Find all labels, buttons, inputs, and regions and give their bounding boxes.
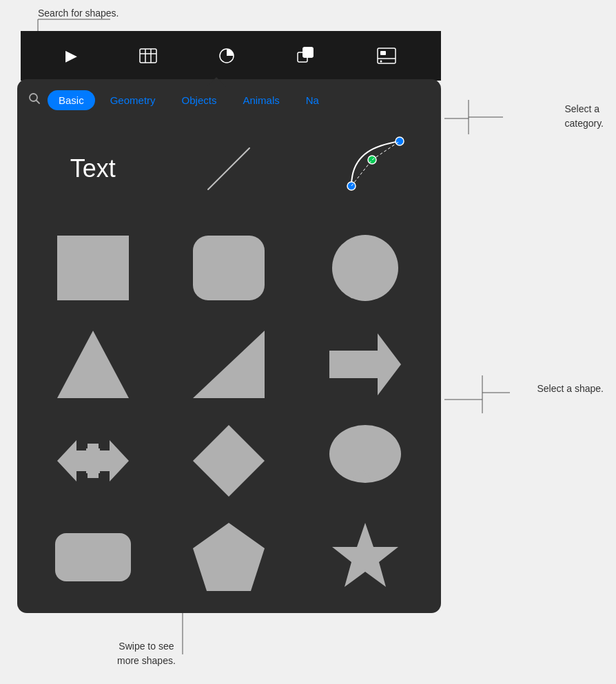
category-geometry[interactable]: Geometry [99,90,167,110]
svg-marker-43 [332,523,398,587]
double-arrow-svg [52,419,134,502]
category-animals[interactable]: Animals [232,90,290,110]
media-icon[interactable] [377,48,396,64]
svg-rect-10 [140,49,156,63]
shape-triangle[interactable] [28,320,158,409]
shape-panel: Basic Geometry Objects Animals Na Text [17,79,441,613]
shape-line[interactable] [165,124,294,214]
toolbar: ▶ [21,31,441,81]
annotation-swipe: Swipe to seemore shapes. [117,639,176,668]
shape-pentagon[interactable] [165,512,294,602]
svg-marker-35 [329,333,401,395]
panel-pointer [207,77,226,87]
play-icon[interactable]: ▶ [65,47,77,65]
category-basic[interactable]: Basic [48,90,95,110]
svg-rect-16 [303,48,313,57]
svg-point-32 [332,235,398,301]
category-objects[interactable]: Objects [171,90,228,110]
pentagon-svg [187,519,270,595]
svg-line-23 [37,101,40,104]
rounded-rectangle-svg [187,230,270,306]
right-triangle-svg [187,327,270,402]
shapes-grid [25,223,433,602]
svg-rect-19 [380,51,386,55]
shape-rounded-rect-small[interactable] [28,512,158,602]
shape-arrow-right[interactable] [300,320,430,409]
svg-marker-34 [193,331,265,398]
annotation-category: Select acategory. [564,102,604,131]
search-button[interactable] [28,92,41,108]
annotation-search: Search for shapes. [38,7,119,21]
svg-rect-41 [55,533,131,581]
annotation-shape: Select a shape. [537,382,604,396]
shape-right-triangle[interactable] [165,320,294,409]
shape-star[interactable] [300,512,430,602]
svg-marker-42 [193,523,265,591]
svg-rect-30 [57,236,129,300]
curve-svg [320,124,410,214]
svg-marker-33 [57,331,129,398]
shape-double-arrow[interactable] [28,416,158,506]
category-na[interactable]: Na [295,90,330,110]
special-row: Text [25,121,433,216]
svg-rect-37 [86,448,100,473]
shape-curve[interactable] [300,124,430,214]
shape-circle[interactable] [300,223,430,313]
star-svg [324,519,407,595]
svg-point-21 [380,61,382,63]
shape-text[interactable]: Text [28,124,158,214]
circle-svg [327,230,403,306]
shape-rectangle[interactable] [28,223,158,313]
speech-bubble-svg [324,419,407,502]
svg-line-28 [351,160,372,186]
triangle-svg [52,327,134,402]
text-shape-label: Text [70,154,116,183]
shape-speech-bubble[interactable] [300,416,430,506]
category-row: Basic Geometry Objects Animals Na [25,90,433,110]
svg-rect-31 [193,236,265,300]
table-icon[interactable] [139,48,157,63]
shape-rounded-rectangle[interactable] [165,223,294,313]
rectangle-svg [52,230,134,306]
svg-line-24 [208,148,249,189]
shapes-icon[interactable] [297,47,315,65]
arrow-right-svg [324,327,407,402]
chart-icon[interactable] [218,48,235,64]
shape-diamond[interactable] [165,416,294,506]
diamond-svg [187,419,270,502]
rounded-rect-small-svg [52,526,134,588]
svg-marker-38 [193,425,265,497]
line-svg [191,131,267,207]
